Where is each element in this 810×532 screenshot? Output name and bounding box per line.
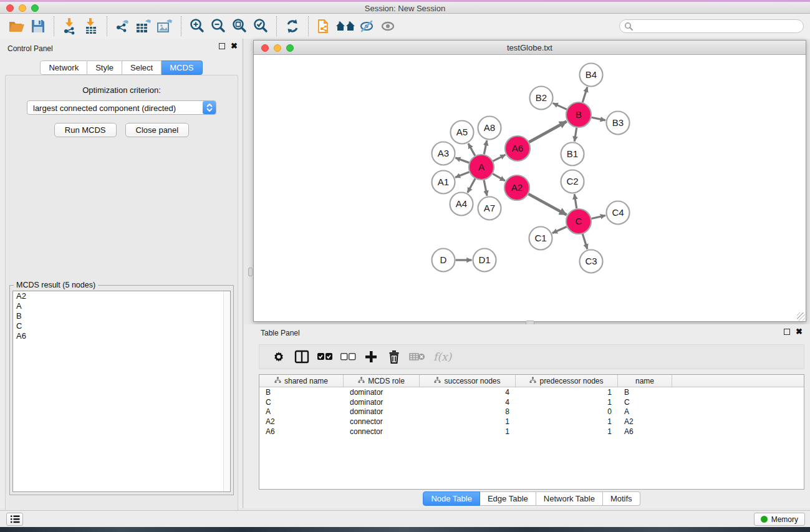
graph-edge-A-A2[interactable] xyxy=(493,174,505,181)
table-cell[interactable]: 1 xyxy=(516,398,618,407)
graph-edge-B-B2[interactable] xyxy=(553,103,567,109)
table-row[interactable]: Cdominator41C xyxy=(259,397,804,407)
table-cell[interactable]: A6 xyxy=(618,427,672,436)
graph-node-A7[interactable]: A7 xyxy=(478,197,501,220)
graph-node-A[interactable]: A xyxy=(469,155,494,180)
graph-node-C1[interactable]: C1 xyxy=(529,227,552,250)
hide-graphics-details-icon[interactable] xyxy=(356,16,377,36)
table-cell[interactable]: dominator xyxy=(344,407,420,416)
graph-node-D[interactable]: D xyxy=(432,249,455,272)
graph-node-C3[interactable]: C3 xyxy=(580,250,603,273)
float-panel-icon[interactable] xyxy=(219,43,225,49)
table-cell[interactable]: 4 xyxy=(420,398,516,407)
graph-node-C2[interactable]: C2 xyxy=(561,170,584,193)
tab-network-table[interactable]: Network Table xyxy=(536,491,603,506)
table-cell[interactable]: A xyxy=(618,407,672,416)
graph-edge-A-A5[interactable] xyxy=(468,143,475,156)
graph-edge-C-C3[interactable] xyxy=(582,234,587,249)
table-cell[interactable]: A6 xyxy=(259,427,344,436)
column-header-predecessor-nodes[interactable]: predecessor nodes xyxy=(516,375,618,387)
tab-network[interactable]: Network xyxy=(40,60,87,75)
graph-edge-C-C4[interactable] xyxy=(591,215,605,218)
task-history-button[interactable] xyxy=(6,513,23,526)
select-all-icon[interactable] xyxy=(313,347,336,367)
graph-node-C4[interactable]: C4 xyxy=(607,201,630,225)
graph-edge-A-A6[interactable] xyxy=(493,155,506,161)
table-row[interactable]: A2connector11A2 xyxy=(259,417,804,427)
zoom-out-icon[interactable] xyxy=(208,16,229,36)
export-image-icon[interactable] xyxy=(155,16,176,36)
graph-edge-B-B3[interactable] xyxy=(592,117,605,120)
show-graphics-details-icon[interactable] xyxy=(377,16,398,36)
list-item[interactable]: B xyxy=(13,311,230,321)
graph-node-A3[interactable]: A3 xyxy=(432,142,455,165)
deselect-all-icon[interactable] xyxy=(336,347,359,367)
refresh-icon[interactable] xyxy=(282,16,303,36)
zoom-in-icon[interactable] xyxy=(186,16,208,36)
graph-node-C[interactable]: C xyxy=(566,209,591,234)
optimization-criterion-dropdown[interactable]: largest connected component (directed) xyxy=(27,100,216,115)
table-cell[interactable]: 1 xyxy=(516,427,618,436)
graph-edge-B-B4[interactable] xyxy=(582,87,587,102)
graph-node-A6[interactable]: A6 xyxy=(505,136,530,161)
graph-edge-A-A1[interactable] xyxy=(455,172,469,178)
table-cell[interactable]: B xyxy=(618,388,672,397)
table-cell[interactable]: 1 xyxy=(516,417,618,426)
graph-node-B2[interactable]: B2 xyxy=(530,87,553,110)
settings-icon[interactable] xyxy=(267,347,290,367)
graph-edge-A-A4[interactable] xyxy=(468,178,475,193)
list-item[interactable]: A2 xyxy=(13,291,230,301)
graph-node-B4[interactable]: B4 xyxy=(580,64,603,87)
save-session-icon[interactable] xyxy=(27,16,49,36)
split-view-icon[interactable] xyxy=(290,347,313,367)
graph-node-A1[interactable]: A1 xyxy=(432,171,455,194)
table-cell[interactable]: dominator xyxy=(344,398,420,407)
graph-node-D1[interactable]: D1 xyxy=(473,249,496,272)
graph-edge-A-A8[interactable] xyxy=(484,140,487,154)
graph-node-A4[interactable]: A4 xyxy=(450,193,473,216)
column-header-name[interactable]: name xyxy=(618,375,672,387)
export-table-icon[interactable] xyxy=(133,16,155,36)
import-table-icon[interactable] xyxy=(80,16,102,36)
graph-node-A8[interactable]: A8 xyxy=(478,117,501,140)
column-header-shared-name[interactable]: shared name xyxy=(259,375,344,387)
tab-mcds[interactable]: MCDS xyxy=(162,60,202,75)
table-cell[interactable]: A2 xyxy=(618,417,672,426)
graph-edge-A6-B[interactable] xyxy=(529,122,566,142)
mcds-result-list[interactable]: A2ABCA6 xyxy=(12,291,231,492)
table-cell[interactable]: 1 xyxy=(516,388,618,397)
table-cell[interactable]: B xyxy=(259,388,344,397)
graph-node-A5[interactable]: A5 xyxy=(451,121,474,144)
tab-select[interactable]: Select xyxy=(122,60,162,75)
table-row[interactable]: A6connector11A6 xyxy=(259,427,804,437)
network-canvas[interactable]: AA1A2A3A4A5A6A7A8BB1B2B3B4CC1C2C3C4DD1 xyxy=(254,55,806,321)
tab-node-table[interactable]: Node Table xyxy=(423,491,480,506)
tab-edge-table[interactable]: Edge Table xyxy=(480,491,536,506)
window-resize-grip[interactable] xyxy=(797,312,805,321)
graph-node-B3[interactable]: B3 xyxy=(607,112,630,135)
import-network-icon[interactable] xyxy=(59,16,80,36)
table-cell[interactable]: connector xyxy=(344,427,420,436)
table-row[interactable]: Adominator80A xyxy=(259,407,804,417)
table-cell[interactable]: A2 xyxy=(259,417,344,426)
tab-motifs[interactable]: Motifs xyxy=(603,491,640,506)
close-panel-icon[interactable]: ✖ xyxy=(231,43,238,49)
table-cell[interactable]: dominator xyxy=(344,388,420,397)
delete-table-icon[interactable] xyxy=(405,347,428,367)
graph-node-A2[interactable]: A2 xyxy=(504,175,529,200)
zoom-fit-icon[interactable] xyxy=(229,16,250,36)
new-network-from-selection-icon[interactable] xyxy=(314,16,335,36)
list-item[interactable]: A6 xyxy=(13,331,230,341)
tab-style[interactable]: Style xyxy=(87,60,122,75)
table-row[interactable]: Bdominator41B xyxy=(259,387,804,397)
divider-handle[interactable] xyxy=(248,268,253,276)
home-icon[interactable] xyxy=(335,16,356,36)
graph-edge-A2-C[interactable] xyxy=(528,194,566,215)
close-panel-icon[interactable]: ✖ xyxy=(796,329,803,335)
table-cell[interactable]: C xyxy=(259,398,344,407)
delete-icon[interactable] xyxy=(382,347,405,367)
network-window-titlebar[interactable]: testGlobe.txt xyxy=(254,41,806,55)
export-network-icon[interactable] xyxy=(112,16,133,36)
graph-edge-A-A3[interactable] xyxy=(455,158,469,163)
graph-node-B1[interactable]: B1 xyxy=(561,143,584,166)
